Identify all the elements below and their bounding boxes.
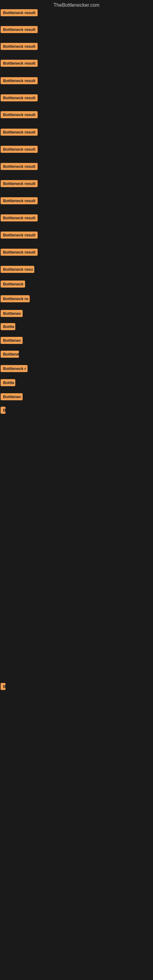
- bottleneck-badge-21[interactable]: Bottlenec: [1, 337, 22, 344]
- bottleneck-badge-25[interactable]: Bottlenec: [1, 393, 22, 400]
- bottleneck-item-17: Bottleneck: [1, 280, 25, 289]
- site-title: TheBottlenecker.com: [0, 0, 153, 10]
- bottleneck-item-10: Bottleneck result: [1, 163, 38, 171]
- bottleneck-badge-13[interactable]: Bottleneck result: [1, 215, 38, 221]
- bottleneck-item-23: Bottleneck r: [1, 365, 27, 373]
- bottleneck-item-9: Bottleneck result: [1, 146, 38, 154]
- bottleneck-badge-11[interactable]: Bottleneck result: [1, 180, 38, 187]
- bottleneck-badge-17[interactable]: Bottleneck: [1, 280, 25, 288]
- bottleneck-item-4: Bottleneck result: [1, 60, 38, 68]
- bottleneck-badge-9[interactable]: Bottleneck result: [1, 146, 38, 153]
- bottleneck-badge-2[interactable]: Bottleneck result: [1, 26, 38, 33]
- bottleneck-item-19: Bottlenec: [1, 310, 22, 318]
- bottleneck-badge-18[interactable]: Bottleneck re: [1, 295, 30, 302]
- bottleneck-item-8: Bottleneck result: [1, 129, 38, 137]
- bottleneck-badge-6[interactable]: Bottleneck result: [1, 94, 38, 101]
- bottleneck-badge-12[interactable]: Bottleneck result: [1, 197, 38, 204]
- bottleneck-badge-23[interactable]: Bottleneck r: [1, 365, 27, 372]
- bottleneck-badge-16[interactable]: Bottleneck resu: [1, 266, 34, 273]
- bottleneck-item-20: Bottle: [1, 323, 15, 331]
- bottleneck-badge-19[interactable]: Bottlenec: [1, 310, 22, 317]
- bottleneck-badge-15[interactable]: Bottleneck result: [1, 249, 38, 256]
- bottleneck-item-22: Bottlend: [1, 351, 19, 359]
- bottleneck-item-15: Bottleneck result: [1, 249, 38, 257]
- bottleneck-badge-7[interactable]: Bottleneck result: [1, 111, 38, 118]
- bottleneck-item-14: Bottleneck result: [1, 232, 38, 240]
- bottleneck-item-21: Bottlenec: [1, 337, 22, 345]
- bottleneck-badge-26[interactable]: B: [1, 407, 5, 414]
- bottleneck-item-18: Bottleneck re: [1, 295, 30, 304]
- bottleneck-item-3: Bottleneck result: [1, 43, 38, 51]
- bottleneck-item-5: Bottleneck result: [1, 77, 38, 86]
- bottleneck-item-16: Bottleneck resu: [1, 266, 34, 274]
- bottleneck-item-7: Bottleneck result: [1, 111, 38, 119]
- bottleneck-badge-3[interactable]: Bottleneck result: [1, 43, 38, 50]
- bottleneck-badge-1[interactable]: Bottleneck result: [1, 9, 38, 16]
- bottleneck-item-13: Bottleneck result: [1, 215, 38, 223]
- bottleneck-badge-14[interactable]: Bottleneck result: [1, 232, 38, 239]
- bottleneck-item-1: Bottleneck result: [1, 9, 38, 18]
- bottleneck-badge-5[interactable]: Bottleneck result: [1, 77, 38, 84]
- bottleneck-badge-27[interactable]: B: [1, 683, 5, 690]
- bottleneck-item-6: Bottleneck result: [1, 94, 38, 103]
- bottleneck-item-11: Bottleneck result: [1, 180, 38, 188]
- bottleneck-item-26: B: [1, 407, 5, 415]
- bottleneck-item-12: Bottleneck result: [1, 197, 38, 205]
- bottleneck-badge-4[interactable]: Bottleneck result: [1, 60, 38, 67]
- bottleneck-item-24: Bottle: [1, 379, 15, 387]
- bottleneck-item-27: B: [1, 683, 5, 691]
- bottleneck-badge-8[interactable]: Bottleneck result: [1, 129, 38, 136]
- bottleneck-badge-20[interactable]: Bottle: [1, 323, 15, 330]
- bottleneck-badge-10[interactable]: Bottleneck result: [1, 163, 38, 170]
- bottleneck-badge-24[interactable]: Bottle: [1, 379, 15, 386]
- bottleneck-item-2: Bottleneck result: [1, 26, 38, 34]
- bottleneck-item-25: Bottlenec: [1, 393, 22, 401]
- bottleneck-badge-22[interactable]: Bottlend: [1, 351, 19, 358]
